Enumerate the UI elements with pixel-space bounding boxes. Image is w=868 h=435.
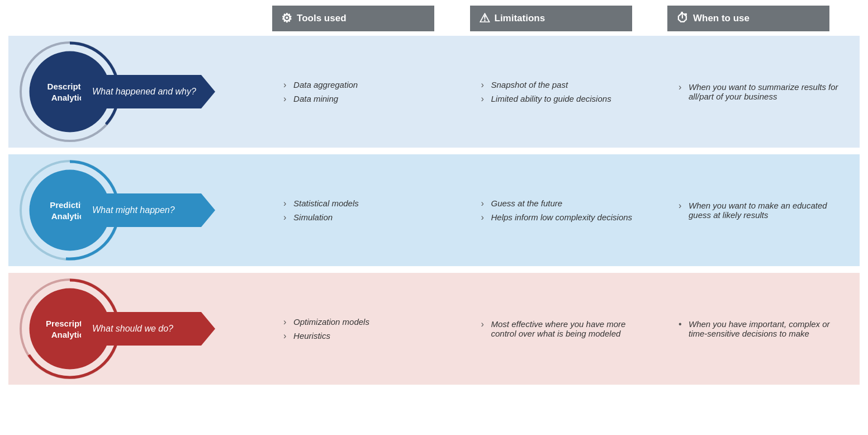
gap-p1	[267, 154, 272, 266]
list-item: When you have important, complex or time…	[679, 317, 848, 341]
list-item: Limited ability to guide decisions	[481, 92, 651, 106]
descriptive-left: DescriptiveAnalytics What happened and w…	[8, 36, 267, 148]
descriptive-arrow: What happened and why?	[81, 75, 215, 108]
descriptive-limitations: Snapshot of the past Limited ability to …	[470, 36, 662, 148]
divider-2	[8, 266, 860, 273]
divider-1	[8, 148, 860, 154]
gap-d2	[464, 36, 469, 148]
predictive-question: What might happen?	[92, 205, 175, 215]
main-table: ⚙ Tools used ⚠ Limitations ⏱ When to use	[8, 6, 860, 385]
predictive-row: PredictiveAnalytics What might happen? S…	[8, 154, 860, 266]
gap-d1	[267, 36, 272, 148]
descriptive-tools: Data aggregation Data mining	[272, 36, 464, 148]
descriptive-question: What happened and why?	[92, 87, 196, 97]
descriptive-when: When you want to summarize results for a…	[667, 36, 860, 148]
list-item: Most effective where you have more contr…	[481, 317, 651, 341]
gap-pr3	[662, 273, 667, 385]
tools-icon: ⚙	[281, 11, 292, 26]
spacer-top	[8, 31, 860, 36]
gap-pr1	[267, 273, 272, 385]
tools-header: ⚙ Tools used	[272, 6, 464, 31]
when-header-label: When to use	[693, 13, 750, 24]
predictive-limitations: Guess at the future Helps inform low com…	[470, 154, 662, 266]
gap-p3	[662, 154, 667, 266]
list-item: Helps inform low complexity decisions	[481, 210, 651, 224]
prescriptive-arrow: What should we do?	[81, 312, 215, 346]
prescriptive-question: What should we do?	[92, 324, 173, 334]
gap-pr2	[464, 273, 469, 385]
tools-header-label: Tools used	[297, 13, 346, 24]
prescriptive-limitations: Most effective where you have more contr…	[470, 273, 662, 385]
limitations-icon: ⚠	[479, 11, 490, 26]
limitations-header-label: Limitations	[495, 13, 546, 24]
when-icon: ⏱	[676, 11, 689, 26]
list-item: Snapshot of the past	[481, 78, 651, 92]
gap3	[662, 6, 667, 31]
prescriptive-when: When you have important, complex or time…	[667, 273, 860, 385]
prescriptive-row: PrescriptiveAnalytics What should we do?…	[8, 273, 860, 385]
when-header: ⏱ When to use	[667, 6, 860, 31]
gap1	[267, 6, 272, 31]
list-item: Data mining	[283, 92, 453, 106]
header-row: ⚙ Tools used ⚠ Limitations ⏱ When to use	[8, 6, 860, 31]
list-item: Simulation	[283, 210, 453, 224]
list-item: When you want to summarize results for a…	[679, 80, 848, 103]
list-item: When you want to make an educated guess …	[679, 198, 848, 222]
prescriptive-left: PrescriptiveAnalytics What should we do?	[8, 273, 267, 385]
list-item: Optimization models	[283, 315, 453, 329]
prescriptive-tools: Optimization models Heuristics	[272, 273, 464, 385]
predictive-when: When you want to make an educated guess …	[667, 154, 860, 266]
gap-p2	[464, 154, 469, 266]
descriptive-row: DescriptiveAnalytics What happened and w…	[8, 36, 860, 148]
gap2	[464, 6, 469, 31]
list-item: Guess at the future	[481, 196, 651, 210]
header-empty	[8, 6, 267, 31]
predictive-arrow: What might happen?	[81, 193, 215, 227]
list-item: Heuristics	[283, 329, 453, 343]
list-item: Statistical models	[283, 196, 453, 210]
predictive-left: PredictiveAnalytics What might happen?	[8, 154, 267, 266]
list-item: Data aggregation	[283, 78, 453, 92]
gap-d3	[662, 36, 667, 148]
limitations-header: ⚠ Limitations	[470, 6, 662, 31]
predictive-tools: Statistical models Simulation	[272, 154, 464, 266]
